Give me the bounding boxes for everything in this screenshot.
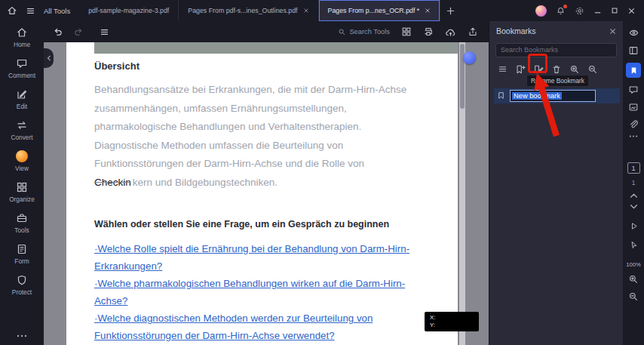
document-viewport: Übersicht Behandlungsansätze bei Erkrank…	[44, 42, 489, 345]
collapse-zoom-out-icon[interactable]	[586, 63, 600, 76]
read-mode-eye-icon[interactable]	[628, 27, 639, 39]
edited-text-overlay[interactable]: Checkin	[94, 177, 131, 188]
prompt-link-continuation[interactable]: Funktionsstörungen der Darm-Hirn-Achse v…	[94, 327, 409, 344]
select-cursor-icon[interactable]	[629, 240, 639, 250]
prompt-link[interactable]: ·Welche pharmakologischen Behandlungen w…	[94, 275, 409, 292]
new-tab-button[interactable]	[440, 0, 460, 21]
current-page-input[interactable]: 1	[627, 162, 640, 174]
close-tab-icon[interactable]	[303, 8, 309, 14]
sidebar-item-label: Edit	[17, 103, 27, 110]
attachments-tab-icon[interactable]	[628, 119, 639, 130]
zoom-out-icon[interactable]	[628, 291, 639, 302]
panels-icon[interactable]	[628, 45, 639, 56]
sidebar-item-label: Home	[14, 41, 30, 48]
sidebar-item-tools[interactable]: Tools	[0, 212, 44, 234]
vertical-scrollbar[interactable]	[459, 42, 465, 345]
expand-zoom-in-icon[interactable]	[568, 63, 581, 76]
share-icon[interactable]	[468, 26, 478, 37]
prompt-link-continuation[interactable]: Achse?	[94, 292, 409, 310]
convert-arrows-icon	[16, 119, 28, 131]
notifications-bell-icon[interactable]	[556, 6, 566, 16]
pdf-editor-window: All Tools pdf-sample-magazine-3.pdf Page…	[0, 0, 644, 345]
cloud-upload-icon[interactable]	[445, 26, 456, 38]
search-tools[interactable]: Search Tools	[338, 28, 390, 36]
zoom-level-label[interactable]: 100%	[626, 261, 640, 268]
left-sidebar: Home Comment Edit Convert View Organize …	[0, 21, 44, 345]
sidebar-item-label: Comment	[8, 72, 35, 79]
sidebar-item-label: Form	[14, 257, 29, 265]
form-document-icon	[16, 243, 28, 255]
sidebar-item-comment[interactable]: Comment	[0, 57, 44, 79]
quick-toolbar: Search Tools	[44, 21, 489, 42]
undo-icon[interactable]	[53, 26, 63, 37]
sidebar-item-form[interactable]: Form	[0, 243, 44, 265]
tab-2[interactable]: Pages From pdf-s...ines_Outlines.pdf	[179, 0, 318, 21]
delete-bookmark-icon[interactable]	[550, 63, 563, 76]
edit-pencil-icon	[16, 88, 28, 100]
sidebar-item-protect[interactable]: Protect	[0, 274, 44, 296]
thumbnails-tab-icon[interactable]	[628, 102, 639, 112]
bookmark-icon	[497, 91, 505, 100]
minimize-button[interactable]	[593, 7, 602, 15]
comments-tab-icon[interactable]	[628, 85, 639, 95]
prompt-link[interactable]: ·Welche Rolle spielt die Ernährung bei d…	[94, 240, 409, 257]
notification-dot	[563, 5, 567, 8]
previous-page-chevron-icon[interactable]	[630, 193, 638, 199]
bookmark-rename-field[interactable]: New bookmark	[510, 90, 596, 102]
paragraph-line: Diagnostische Methoden umfassen die Beur…	[94, 137, 406, 156]
add-bookmark-icon[interactable]	[514, 63, 527, 76]
paragraph-line: Funktionsstörungen der Darm-Hirn-Achse u…	[94, 155, 406, 174]
bookmarks-tab-active[interactable]	[626, 63, 641, 78]
zoom-in-icon[interactable]	[628, 274, 639, 285]
all-tools-label[interactable]: All Tools	[44, 7, 70, 15]
prompt-links: ·Welche Rolle spielt die Ernährung bei d…	[94, 240, 409, 344]
close-panel-icon[interactable]	[609, 28, 616, 35]
sidebar-item-view[interactable]: View	[0, 150, 44, 172]
search-icon	[338, 28, 346, 36]
toolbar-menu-icon[interactable]	[100, 27, 109, 37]
next-page-chevron-icon[interactable]	[630, 204, 638, 209]
redo-icon[interactable]	[73, 26, 84, 37]
red-highlight-box	[528, 54, 547, 73]
apps-grid-icon[interactable]	[401, 26, 412, 37]
sidebar-item-organize[interactable]: Organize	[0, 181, 44, 203]
comment-icon	[16, 57, 28, 69]
page-image-fragment	[94, 42, 458, 54]
tab-3-label: Pages From p...nes_OCR.pdf *	[328, 7, 420, 14]
more-panels-icon[interactable]	[629, 134, 638, 138]
bookmarks-panel: Bookmarks	[489, 21, 623, 345]
presentation-play-icon[interactable]	[629, 221, 639, 231]
sidebar-more-icon[interactable]	[17, 334, 27, 338]
bookmark-search-input[interactable]	[495, 43, 617, 57]
home-icon[interactable]	[7, 5, 17, 16]
close-tab-icon[interactable]	[425, 8, 431, 14]
home-icon	[16, 26, 28, 39]
tools-briefcase-icon	[16, 212, 28, 224]
paragraph-line: zusammenhängen, umfassen Ernährungsumste…	[94, 100, 406, 119]
tab-1-label: pdf-sample-magazine-3.pdf	[88, 7, 169, 14]
collapse-panel-handle[interactable]	[44, 48, 54, 68]
coordinate-tooltip: X: Y:	[425, 312, 479, 331]
main-menu-icon[interactable]	[26, 6, 35, 16]
sidebar-item-label: View	[15, 165, 29, 172]
tab-3-active[interactable]: Pages From p...nes_OCR.pdf *	[319, 0, 441, 21]
bookmarks-panel-title: Bookmarks	[496, 26, 536, 35]
maximize-button[interactable]	[611, 7, 618, 14]
user-avatar[interactable]	[535, 5, 547, 17]
coordinate-x-label: X:	[430, 314, 479, 322]
bookmark-menu-icon[interactable]	[495, 63, 509, 76]
prompt-link[interactable]: ·Welche diagnostischen Methoden werden z…	[94, 310, 409, 327]
prompt-link-continuation[interactable]: Erkrankungen?	[94, 257, 409, 275]
settings-gear-icon[interactable]	[575, 6, 584, 16]
sidebar-item-convert[interactable]: Convert	[0, 119, 44, 141]
tab-1[interactable]: pdf-sample-magazine-3.pdf	[79, 0, 179, 21]
sidebar-item-home[interactable]: Home	[0, 26, 44, 48]
sidebar-item-label: Protect	[12, 288, 32, 296]
search-tools-label: Search Tools	[349, 28, 390, 35]
close-window-button[interactable]	[627, 7, 636, 15]
bookmark-list-item[interactable]: New bookmark	[494, 88, 620, 103]
printer-icon[interactable]	[423, 26, 434, 37]
sidebar-item-edit[interactable]: Edit	[0, 88, 44, 110]
rename-bookmark-tooltip: Rename Bookmark	[526, 75, 589, 87]
ai-assistant-button[interactable]	[463, 51, 476, 64]
